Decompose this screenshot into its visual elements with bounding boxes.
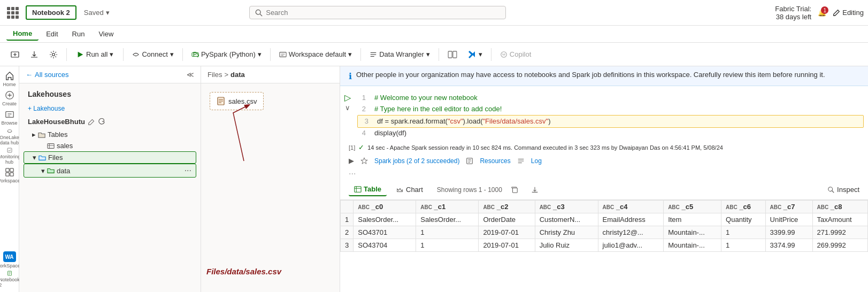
col-c5-header[interactable]: ABC _c5: [664, 201, 721, 213]
vscode-button[interactable]: ▾: [464, 48, 487, 61]
export-button[interactable]: [527, 184, 543, 196]
toolbar: Run all ▾ Connect ▾ Py PySpark (Python) …: [0, 43, 868, 66]
pyspark-icon: Py: [191, 51, 199, 58]
add-cell-button[interactable]: [6, 48, 24, 61]
file-breadcrumb: Files > data: [201, 66, 340, 83]
code-cell: 1 # Welcome to your new notebook 2 # Typ…: [353, 90, 868, 141]
notebook2-icon: [5, 271, 14, 276]
col-c8-header[interactable]: ABC _c8: [812, 201, 868, 213]
sidebar-item-workspaces[interactable]: Workspaces: [1, 167, 18, 184]
collapse-button[interactable]: ≪: [187, 71, 194, 79]
download-icon: [30, 50, 39, 59]
table-cell: TaxAmount: [812, 213, 868, 226]
data-table-container: ABC _c0 ABC _c1 ABC _c2 ABC _c3 ABC _c4: [340, 200, 868, 292]
top-bar: Notebook 2 Saved ▾ Fabric Trial: 38 days…: [0, 0, 868, 26]
expand-button[interactable]: ▶: [349, 157, 354, 165]
more-options-icon[interactable]: ···: [185, 166, 191, 175]
onelake-icon: [5, 128, 14, 134]
home-icon: [5, 71, 14, 81]
code-cell-container: ▷ ∨ 1 # Welcome to your new notebook 2 #…: [340, 86, 868, 141]
chart-icon: [396, 186, 404, 194]
table-row: 1SalesOrder...SalesOrder...OrderDateCust…: [341, 213, 868, 226]
search-bar[interactable]: [249, 6, 506, 19]
refresh-icon[interactable]: [98, 118, 105, 126]
svg-point-3: [52, 53, 55, 56]
sidebar-item-monitoring[interactable]: Monitoring hub: [1, 148, 18, 165]
col-c3-header[interactable]: ABC _c3: [535, 201, 598, 213]
tables-tree-item[interactable]: ▸ Tables: [24, 129, 196, 140]
sidebar-item-home[interactable]: Home: [1, 71, 18, 88]
table-cell: julio1@adv...: [598, 239, 664, 252]
copy-table-button[interactable]: [506, 184, 523, 196]
col-c7-header[interactable]: ABC _c7: [765, 201, 812, 213]
sales-csv-file[interactable]: sales.csv: [210, 92, 264, 110]
table-cell: Item: [664, 213, 721, 226]
table-header-row: ABC _c0 ABC _c1 ABC _c2 ABC _c3 ABC _c4: [341, 201, 868, 213]
workspace-button[interactable]: Workspace default ▾: [275, 48, 356, 60]
back-link[interactable]: ← All sources: [26, 71, 69, 79]
svg-rect-14: [5, 112, 13, 118]
run-all-button[interactable]: Run all ▾: [71, 48, 119, 60]
sidebar-item-onelake[interactable]: OneLake data hub: [1, 128, 18, 145]
sidebar-item-browse[interactable]: Browse: [1, 109, 18, 126]
cell-collapse-button[interactable]: ∨: [345, 104, 350, 112]
fabric-trial-info: Fabric Trial: 38 days left: [775, 5, 811, 21]
edit-lakehouse-icon[interactable]: [88, 119, 95, 125]
waffle-menu[interactable]: [4, 4, 21, 21]
col-c4-header[interactable]: ABC _c4: [598, 201, 664, 213]
sidebar-item-workspacea[interactable]: WA WorkSpaceA: [1, 251, 18, 268]
cell-run-button[interactable]: ▷: [344, 93, 351, 103]
svg-rect-26: [512, 188, 517, 193]
search-input[interactable]: [266, 9, 500, 17]
svg-text:Py: Py: [193, 51, 199, 57]
copy-icon: [511, 186, 518, 194]
inspect-button[interactable]: Inspect: [827, 186, 859, 194]
table-cell: OrderDate: [479, 213, 535, 226]
menu-run[interactable]: Run: [66, 28, 91, 40]
table-cell: 2019-07-01: [479, 226, 535, 239]
sidebar-item-notebook2[interactable]: Notebook 2: [1, 271, 18, 288]
data-wrangler-button[interactable]: Data Wrangler ▾: [365, 48, 434, 60]
menu-home[interactable]: Home: [6, 27, 39, 41]
sales-tree-item[interactable]: sales: [24, 140, 196, 151]
inspect-icon: [827, 186, 835, 194]
table-cell: Mountain-...: [664, 226, 721, 239]
col-c1-header[interactable]: ABC _c1: [416, 201, 479, 213]
check-icon: ✓: [358, 143, 364, 151]
notification-bell[interactable]: 🔔 1: [818, 9, 826, 17]
browse-icon: [5, 110, 14, 119]
download-button[interactable]: [26, 48, 43, 61]
copilot-button[interactable]: Copilot: [496, 48, 535, 60]
data-tree-item[interactable]: ▾ data ···: [24, 164, 196, 178]
sidebar-browse-label: Browse: [1, 120, 17, 126]
pyspark-button[interactable]: Py PySpark (Python) ▾: [187, 48, 266, 60]
notebook-tab[interactable]: Notebook 2: [26, 5, 76, 20]
saved-button[interactable]: Saved ▾: [81, 6, 113, 19]
code-line-2: 2 # Type here in the cell editor to add …: [357, 104, 864, 115]
data-table: ABC _c0 ABC _c1 ABC _c2 ABC _c3 ABC _c4: [340, 200, 868, 252]
chart-tab-button[interactable]: Chart: [391, 183, 428, 196]
table-cell: 269.9992: [812, 239, 868, 252]
sidebar-monitoring-label: Monitoring hub: [0, 154, 21, 165]
cell-controls: ▷ ∨: [344, 90, 351, 112]
sidebar-item-create[interactable]: Create: [1, 90, 18, 107]
resources-icon: [466, 157, 473, 165]
connect-button[interactable]: Connect ▾: [128, 48, 178, 60]
run-icon: [76, 51, 84, 58]
code-line-3[interactable]: 3 df = spark.read.format("csv").load("Fi…: [357, 115, 864, 128]
menu-view[interactable]: View: [92, 28, 120, 40]
svg-line-1: [260, 14, 262, 16]
add-lakehouse-button[interactable]: + Lakehouse: [24, 103, 69, 114]
settings-icon: [49, 50, 58, 59]
settings-button[interactable]: [45, 48, 62, 61]
col-c2-header[interactable]: ABC _c2: [479, 201, 535, 213]
col-c0-header[interactable]: ABC _c0: [354, 201, 416, 213]
svg-point-27: [828, 187, 833, 191]
menu-edit[interactable]: Edit: [40, 28, 64, 40]
notebook-view-button[interactable]: [443, 49, 462, 60]
col-c6-header[interactable]: ABC _c6: [721, 201, 765, 213]
cell-more-btn[interactable]: ···: [340, 168, 868, 180]
editor-area: ℹ Other people in your organization may …: [340, 66, 868, 292]
table-tab-button[interactable]: Table: [349, 183, 387, 196]
files-tree-item[interactable]: ▾ Files: [24, 151, 196, 164]
